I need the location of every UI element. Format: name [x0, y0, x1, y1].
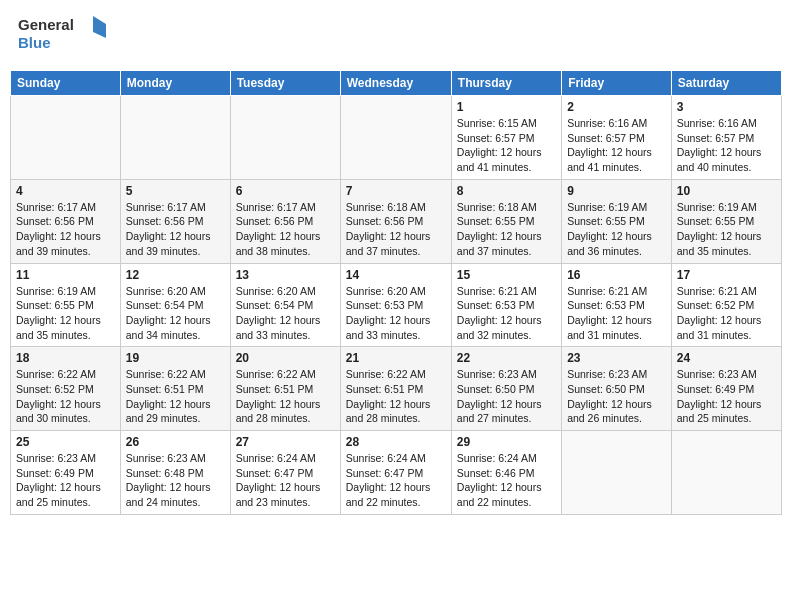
day-number: 8	[457, 184, 556, 198]
cell-sun-info: Sunrise: 6:15 AMSunset: 6:57 PMDaylight:…	[457, 116, 556, 175]
calendar-cell: 3Sunrise: 6:16 AMSunset: 6:57 PMDaylight…	[671, 96, 781, 180]
day-of-week-header: Tuesday	[230, 71, 340, 96]
cell-sun-info: Sunrise: 6:19 AMSunset: 6:55 PMDaylight:…	[567, 200, 666, 259]
calendar-cell: 5Sunrise: 6:17 AMSunset: 6:56 PMDaylight…	[120, 179, 230, 263]
logo: GeneralBlue	[18, 14, 108, 58]
day-number: 1	[457, 100, 556, 114]
calendar-cell	[230, 96, 340, 180]
day-number: 17	[677, 268, 776, 282]
day-number: 29	[457, 435, 556, 449]
day-number: 2	[567, 100, 666, 114]
calendar-cell: 2Sunrise: 6:16 AMSunset: 6:57 PMDaylight…	[562, 96, 672, 180]
calendar-week-row: 25Sunrise: 6:23 AMSunset: 6:49 PMDayligh…	[11, 431, 782, 515]
day-number: 24	[677, 351, 776, 365]
day-number: 3	[677, 100, 776, 114]
calendar-cell	[562, 431, 672, 515]
cell-sun-info: Sunrise: 6:20 AMSunset: 6:54 PMDaylight:…	[126, 284, 225, 343]
day-of-week-header: Monday	[120, 71, 230, 96]
day-number: 27	[236, 435, 335, 449]
cell-sun-info: Sunrise: 6:22 AMSunset: 6:51 PMDaylight:…	[126, 367, 225, 426]
calendar-cell	[120, 96, 230, 180]
day-number: 20	[236, 351, 335, 365]
cell-sun-info: Sunrise: 6:21 AMSunset: 6:53 PMDaylight:…	[567, 284, 666, 343]
day-number: 28	[346, 435, 446, 449]
cell-sun-info: Sunrise: 6:23 AMSunset: 6:49 PMDaylight:…	[16, 451, 115, 510]
day-of-week-header: Thursday	[451, 71, 561, 96]
day-number: 11	[16, 268, 115, 282]
calendar-cell: 4Sunrise: 6:17 AMSunset: 6:56 PMDaylight…	[11, 179, 121, 263]
day-number: 10	[677, 184, 776, 198]
calendar-cell: 27Sunrise: 6:24 AMSunset: 6:47 PMDayligh…	[230, 431, 340, 515]
day-of-week-header: Saturday	[671, 71, 781, 96]
day-number: 7	[346, 184, 446, 198]
day-of-week-header: Wednesday	[340, 71, 451, 96]
calendar-week-row: 11Sunrise: 6:19 AMSunset: 6:55 PMDayligh…	[11, 263, 782, 347]
calendar-cell: 6Sunrise: 6:17 AMSunset: 6:56 PMDaylight…	[230, 179, 340, 263]
cell-sun-info: Sunrise: 6:21 AMSunset: 6:53 PMDaylight:…	[457, 284, 556, 343]
cell-sun-info: Sunrise: 6:23 AMSunset: 6:50 PMDaylight:…	[567, 367, 666, 426]
calendar-cell: 20Sunrise: 6:22 AMSunset: 6:51 PMDayligh…	[230, 347, 340, 431]
calendar-cell: 18Sunrise: 6:22 AMSunset: 6:52 PMDayligh…	[11, 347, 121, 431]
cell-sun-info: Sunrise: 6:16 AMSunset: 6:57 PMDaylight:…	[677, 116, 776, 175]
day-number: 26	[126, 435, 225, 449]
cell-sun-info: Sunrise: 6:17 AMSunset: 6:56 PMDaylight:…	[16, 200, 115, 259]
day-number: 12	[126, 268, 225, 282]
calendar-cell: 23Sunrise: 6:23 AMSunset: 6:50 PMDayligh…	[562, 347, 672, 431]
cell-sun-info: Sunrise: 6:17 AMSunset: 6:56 PMDaylight:…	[126, 200, 225, 259]
cell-sun-info: Sunrise: 6:19 AMSunset: 6:55 PMDaylight:…	[677, 200, 776, 259]
calendar-cell: 7Sunrise: 6:18 AMSunset: 6:56 PMDaylight…	[340, 179, 451, 263]
cell-sun-info: Sunrise: 6:24 AMSunset: 6:46 PMDaylight:…	[457, 451, 556, 510]
calendar-cell: 22Sunrise: 6:23 AMSunset: 6:50 PMDayligh…	[451, 347, 561, 431]
calendar-cell: 15Sunrise: 6:21 AMSunset: 6:53 PMDayligh…	[451, 263, 561, 347]
day-number: 25	[16, 435, 115, 449]
day-of-week-header: Sunday	[11, 71, 121, 96]
calendar-cell: 16Sunrise: 6:21 AMSunset: 6:53 PMDayligh…	[562, 263, 672, 347]
cell-sun-info: Sunrise: 6:23 AMSunset: 6:48 PMDaylight:…	[126, 451, 225, 510]
day-number: 23	[567, 351, 666, 365]
calendar-cell: 14Sunrise: 6:20 AMSunset: 6:53 PMDayligh…	[340, 263, 451, 347]
cell-sun-info: Sunrise: 6:16 AMSunset: 6:57 PMDaylight:…	[567, 116, 666, 175]
calendar-week-row: 18Sunrise: 6:22 AMSunset: 6:52 PMDayligh…	[11, 347, 782, 431]
svg-text:Blue: Blue	[18, 34, 51, 51]
calendar-cell	[671, 431, 781, 515]
cell-sun-info: Sunrise: 6:20 AMSunset: 6:53 PMDaylight:…	[346, 284, 446, 343]
cell-sun-info: Sunrise: 6:19 AMSunset: 6:55 PMDaylight:…	[16, 284, 115, 343]
day-number: 14	[346, 268, 446, 282]
day-number: 21	[346, 351, 446, 365]
calendar-cell: 12Sunrise: 6:20 AMSunset: 6:54 PMDayligh…	[120, 263, 230, 347]
cell-sun-info: Sunrise: 6:20 AMSunset: 6:54 PMDaylight:…	[236, 284, 335, 343]
day-number: 13	[236, 268, 335, 282]
calendar-week-row: 1Sunrise: 6:15 AMSunset: 6:57 PMDaylight…	[11, 96, 782, 180]
svg-marker-1	[93, 16, 106, 38]
calendar-cell: 26Sunrise: 6:23 AMSunset: 6:48 PMDayligh…	[120, 431, 230, 515]
calendar-cell: 11Sunrise: 6:19 AMSunset: 6:55 PMDayligh…	[11, 263, 121, 347]
day-number: 9	[567, 184, 666, 198]
cell-sun-info: Sunrise: 6:18 AMSunset: 6:55 PMDaylight:…	[457, 200, 556, 259]
calendar-cell: 25Sunrise: 6:23 AMSunset: 6:49 PMDayligh…	[11, 431, 121, 515]
svg-text:General: General	[18, 16, 74, 33]
calendar-cell: 29Sunrise: 6:24 AMSunset: 6:46 PMDayligh…	[451, 431, 561, 515]
cell-sun-info: Sunrise: 6:22 AMSunset: 6:52 PMDaylight:…	[16, 367, 115, 426]
day-number: 4	[16, 184, 115, 198]
calendar-cell: 9Sunrise: 6:19 AMSunset: 6:55 PMDaylight…	[562, 179, 672, 263]
cell-sun-info: Sunrise: 6:17 AMSunset: 6:56 PMDaylight:…	[236, 200, 335, 259]
day-number: 6	[236, 184, 335, 198]
calendar-cell: 21Sunrise: 6:22 AMSunset: 6:51 PMDayligh…	[340, 347, 451, 431]
day-number: 19	[126, 351, 225, 365]
calendar-cell: 19Sunrise: 6:22 AMSunset: 6:51 PMDayligh…	[120, 347, 230, 431]
calendar-cell	[11, 96, 121, 180]
calendar-cell: 8Sunrise: 6:18 AMSunset: 6:55 PMDaylight…	[451, 179, 561, 263]
day-number: 5	[126, 184, 225, 198]
calendar-cell: 28Sunrise: 6:24 AMSunset: 6:47 PMDayligh…	[340, 431, 451, 515]
day-number: 18	[16, 351, 115, 365]
cell-sun-info: Sunrise: 6:24 AMSunset: 6:47 PMDaylight:…	[346, 451, 446, 510]
day-number: 16	[567, 268, 666, 282]
page-header: GeneralBlue	[10, 10, 782, 62]
cell-sun-info: Sunrise: 6:24 AMSunset: 6:47 PMDaylight:…	[236, 451, 335, 510]
calendar-cell: 1Sunrise: 6:15 AMSunset: 6:57 PMDaylight…	[451, 96, 561, 180]
day-number: 22	[457, 351, 556, 365]
calendar-cell: 13Sunrise: 6:20 AMSunset: 6:54 PMDayligh…	[230, 263, 340, 347]
cell-sun-info: Sunrise: 6:21 AMSunset: 6:52 PMDaylight:…	[677, 284, 776, 343]
calendar-cell: 24Sunrise: 6:23 AMSunset: 6:49 PMDayligh…	[671, 347, 781, 431]
day-of-week-header: Friday	[562, 71, 672, 96]
